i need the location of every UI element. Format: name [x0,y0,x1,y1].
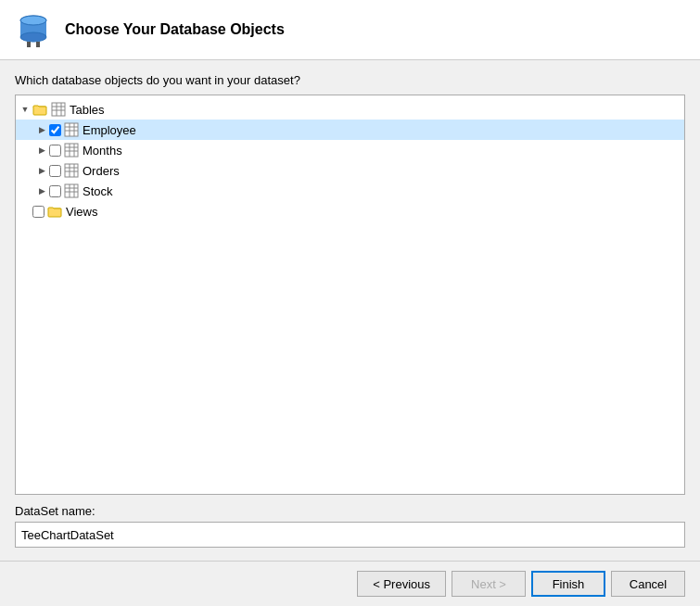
stock-checkbox[interactable] [49,185,61,197]
tables-label: Tables [70,103,105,117]
tree-node-views[interactable]: Views [16,201,684,221]
expand-orders-icon[interactable] [34,163,49,178]
previous-button[interactable]: < Previous [357,571,446,597]
svg-rect-6 [33,107,46,115]
expand-stock-icon[interactable] [34,183,49,198]
header: Choose Your Database Objects [0,0,700,60]
tree-node-employee[interactable]: Employee [16,120,684,140]
svg-rect-32 [48,208,61,217]
views-folder-icon [47,204,62,219]
expand-months-icon[interactable] [34,143,49,158]
orders-table-icon [64,163,79,178]
content-area: Which database objects do you want in yo… [0,60,700,561]
svg-rect-7 [52,103,65,116]
views-checkbox[interactable] [32,206,45,218]
wizard-icon [15,11,52,48]
footer: < Previous Next > Finish Cancel [0,561,700,606]
svg-rect-12 [65,123,78,136]
employee-table-icon [64,122,79,137]
dataset-section: DataSet name: [15,504,685,548]
views-label: Views [66,205,97,219]
orders-label: Orders [83,164,120,178]
svg-point-3 [20,16,46,25]
svg-point-2 [20,32,46,42]
tree-node-stock[interactable]: Stock [16,181,684,201]
cancel-button[interactable]: Cancel [611,571,685,597]
page-title: Choose Your Database Objects [65,21,285,38]
tree-node-tables[interactable]: Tables [16,99,684,120]
tree-node-orders[interactable]: Orders [16,160,684,181]
stock-label: Stock [83,184,113,198]
employee-label: Employee [83,123,136,137]
expand-views-icon[interactable] [18,204,32,219]
next-button[interactable]: Next > [452,571,526,597]
employee-checkbox[interactable] [49,124,61,136]
dataset-name-label: DataSet name: [15,504,685,518]
svg-rect-4 [27,42,31,47]
months-label: Months [83,144,122,158]
svg-rect-5 [36,42,40,47]
dataset-name-input[interactable] [15,522,685,548]
tree-container[interactable]: Tables Employee [15,95,685,495]
tables-grid-icon [51,102,66,117]
tree-node-months[interactable]: Months [16,140,684,160]
stock-table-icon [64,183,79,198]
svg-rect-22 [65,164,78,177]
expand-employee-icon[interactable] [34,122,49,137]
tables-folder-icon [32,102,47,117]
svg-rect-27 [65,184,78,197]
orders-checkbox[interactable] [49,165,61,177]
question-label: Which database objects do you want in yo… [15,73,685,87]
expand-tables-icon[interactable] [18,102,32,117]
svg-rect-17 [65,144,78,157]
months-table-icon [64,143,79,158]
finish-button[interactable]: Finish [531,571,605,597]
months-checkbox[interactable] [49,145,61,157]
